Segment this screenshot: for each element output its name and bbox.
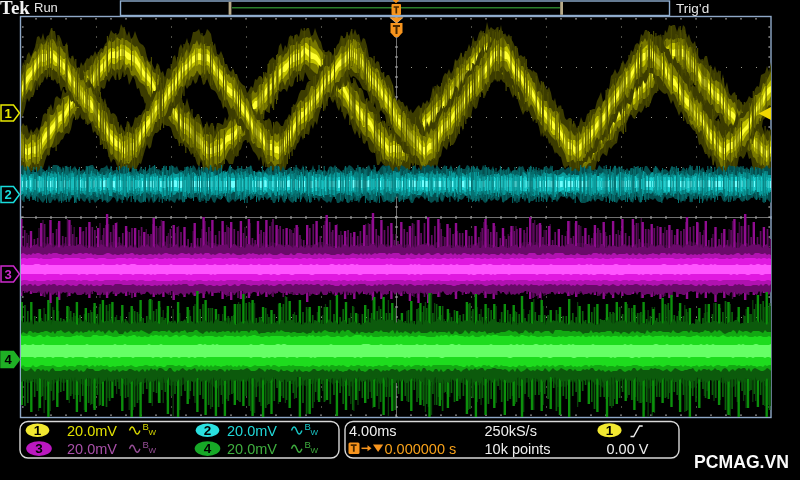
svg-text:1: 1 [606,423,614,438]
svg-text:20.0mV: 20.0mV [67,423,117,439]
svg-text:Tek: Tek [0,0,30,18]
svg-text:W: W [149,446,157,455]
svg-text:2: 2 [4,187,11,202]
svg-text:4: 4 [4,352,12,367]
svg-text:W: W [149,428,157,437]
svg-text:PCMAG.VN: PCMAG.VN [694,451,789,472]
svg-text:Trig’d: Trig’d [676,1,709,16]
svg-text:250kS/s: 250kS/s [485,423,537,439]
svg-text:2: 2 [204,423,212,438]
svg-text:Run: Run [34,0,58,15]
svg-text:3: 3 [4,267,11,282]
svg-text:W: W [311,446,319,455]
svg-text:4.00ms: 4.00ms [349,423,397,439]
svg-text:20.0mV: 20.0mV [67,441,117,457]
svg-text:0.00 V: 0.00 V [607,441,649,457]
svg-text:4: 4 [204,441,212,456]
svg-text:20.0mV: 20.0mV [227,423,277,439]
svg-text:0.000000 s: 0.000000 s [385,441,457,457]
svg-text:1: 1 [4,106,11,121]
svg-text:20.0mV: 20.0mV [227,441,277,457]
svg-text:1: 1 [34,423,42,438]
svg-text:W: W [311,428,319,437]
svg-text:10k points: 10k points [485,441,551,457]
svg-text:3: 3 [35,441,43,456]
